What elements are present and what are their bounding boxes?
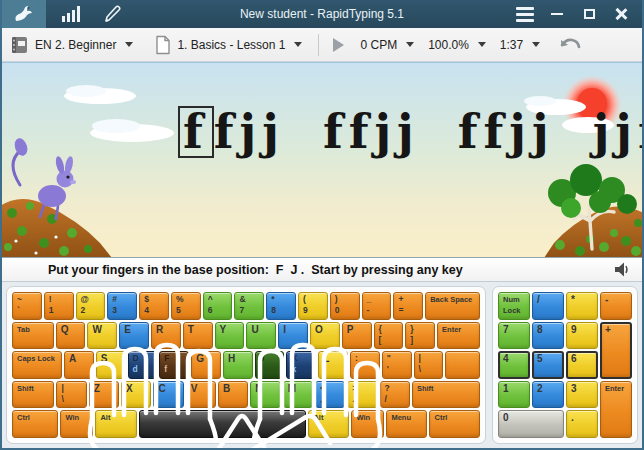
key-4[interactable]: $4 — [139, 292, 169, 320]
key-i[interactable]: I — [278, 322, 308, 350]
key-num-6[interactable]: 6 — [566, 351, 598, 379]
timer-label: 1:37 — [500, 38, 523, 52]
key-enter-lower[interactable] — [445, 351, 480, 379]
key-6[interactable]: ^6 — [203, 292, 233, 320]
key-num-0[interactable]: 0 — [498, 410, 564, 438]
key-semicolon[interactable]: :; — [350, 351, 380, 379]
key-num-2[interactable]: 2 — [532, 381, 564, 409]
key-b[interactable]: B — [218, 381, 248, 409]
key-comma[interactable]: <, — [315, 381, 345, 409]
key-t[interactable]: T — [183, 322, 213, 350]
key-num-lock[interactable]: NumLock — [498, 292, 530, 320]
minimize-button[interactable] — [544, 3, 570, 25]
zoom-selector[interactable]: 100.0% — [428, 38, 486, 52]
course-book-icon — [10, 35, 29, 55]
key-num-5[interactable]: 5 — [532, 351, 564, 379]
key-0[interactable]: )0 — [330, 292, 360, 320]
key-num-add[interactable]: + — [600, 322, 632, 379]
key-num-8[interactable]: 8 — [532, 322, 564, 350]
key-m[interactable]: M — [283, 381, 313, 409]
key-s[interactable]: S — [96, 351, 126, 379]
key-2[interactable]: @2 — [76, 292, 106, 320]
key-d[interactable]: Dd — [128, 351, 158, 379]
key-space[interactable] — [139, 410, 307, 438]
key-num-enter[interactable]: Enter — [600, 381, 632, 438]
key-num-1[interactable]: 1 — [498, 381, 530, 409]
key-caps-lock[interactable]: Caps Lock — [12, 351, 62, 379]
key-equals[interactable]: += — [393, 292, 423, 320]
key-3[interactable]: #3 — [107, 292, 137, 320]
app-logo-button[interactable] — [0, 0, 46, 28]
key-slash[interactable]: ?/ — [380, 381, 410, 409]
key-8[interactable]: *8 — [266, 292, 296, 320]
key-left-win[interactable]: Win — [60, 410, 93, 438]
speed-selector[interactable]: 0 CPM — [360, 38, 414, 52]
key-right-win[interactable]: Win — [351, 410, 384, 438]
key-num-subtract[interactable]: - — [600, 292, 632, 320]
key-c[interactable]: C — [153, 381, 183, 409]
key-q[interactable]: Q — [56, 322, 86, 350]
chevron-down-icon — [532, 42, 540, 47]
key-k[interactable]: Kk — [286, 351, 316, 379]
key-menu[interactable]: Menu — [386, 410, 427, 438]
main-menu-button[interactable] — [512, 3, 538, 25]
maximize-button[interactable] — [576, 3, 602, 25]
play-button[interactable] — [333, 38, 350, 52]
key-num-multiply[interactable]: * — [566, 292, 598, 320]
key-enter[interactable]: Enter — [437, 322, 480, 350]
key-num-3[interactable]: 3 — [566, 381, 598, 409]
key-v[interactable]: V — [186, 381, 216, 409]
key-5[interactable]: %5 — [171, 292, 201, 320]
key-p[interactable]: P — [342, 322, 372, 350]
key-right-shift[interactable]: Shift — [412, 381, 480, 409]
key-left-shift[interactable]: Shift — [12, 381, 54, 409]
key-j[interactable]: Jj — [255, 351, 285, 379]
key-num-7[interactable]: 7 — [498, 322, 530, 350]
key-y[interactable]: Y — [215, 322, 245, 350]
key-r[interactable]: R — [151, 322, 181, 350]
key-l[interactable]: L — [318, 351, 348, 379]
key-right-alt[interactable]: Alt — [308, 410, 349, 438]
lesson-editor-button[interactable] — [96, 0, 130, 28]
key-period[interactable]: >. — [347, 381, 377, 409]
key-left-ctrl[interactable]: Ctrl — [12, 410, 58, 438]
key-o[interactable]: O — [310, 322, 340, 350]
key-quote[interactable]: "' — [382, 351, 412, 379]
key-num-decimal[interactable]: . — [566, 410, 598, 438]
key-backslash-102[interactable]: |\ — [56, 381, 86, 409]
key-left-alt[interactable]: Alt — [95, 410, 136, 438]
key-n[interactable]: N — [250, 381, 280, 409]
key-tab[interactable]: Tab — [12, 322, 54, 350]
key-num-9[interactable]: 9 — [566, 322, 598, 350]
speaker-icon[interactable] — [614, 262, 630, 277]
course-selector[interactable]: EN 2. Beginner — [10, 35, 133, 55]
undo-arrow-icon — [558, 37, 582, 53]
key-h[interactable]: H — [223, 351, 253, 379]
key-right-ctrl[interactable]: Ctrl — [429, 410, 480, 438]
key-g[interactable]: G — [191, 351, 221, 379]
key-bracket-open[interactable]: {[ — [374, 322, 404, 350]
key-x[interactable]: X — [121, 381, 151, 409]
timer-selector[interactable]: 1:37 — [500, 38, 540, 52]
lesson-selector[interactable]: 1. Basics - Lesson 1 — [155, 35, 302, 55]
key-backtick[interactable]: ~` — [12, 292, 42, 320]
key-9[interactable]: (9 — [298, 292, 328, 320]
key-backspace[interactable]: Back Space — [425, 292, 480, 320]
key-bracket-close[interactable]: }] — [405, 322, 435, 350]
key-z[interactable]: Z — [89, 381, 119, 409]
key-num-4[interactable]: 4 — [498, 351, 530, 379]
key-u[interactable]: U — [246, 322, 276, 350]
key-7[interactable]: &7 — [234, 292, 264, 320]
undo-button[interactable] — [558, 37, 582, 53]
key-num-divide[interactable]: / — [532, 292, 564, 320]
key-1[interactable]: !1 — [44, 292, 74, 320]
key-f[interactable]: Ff — [159, 351, 189, 379]
key-minus[interactable]: _- — [362, 292, 392, 320]
status-message: Put your fingers in the base position: F… — [48, 263, 463, 277]
key-a[interactable]: A — [64, 351, 94, 379]
key-e[interactable]: E — [119, 322, 149, 350]
statistics-button[interactable] — [54, 0, 88, 28]
key-w[interactable]: W — [87, 322, 117, 350]
close-button[interactable] — [608, 3, 634, 25]
key-backslash[interactable]: |\ — [414, 351, 444, 379]
